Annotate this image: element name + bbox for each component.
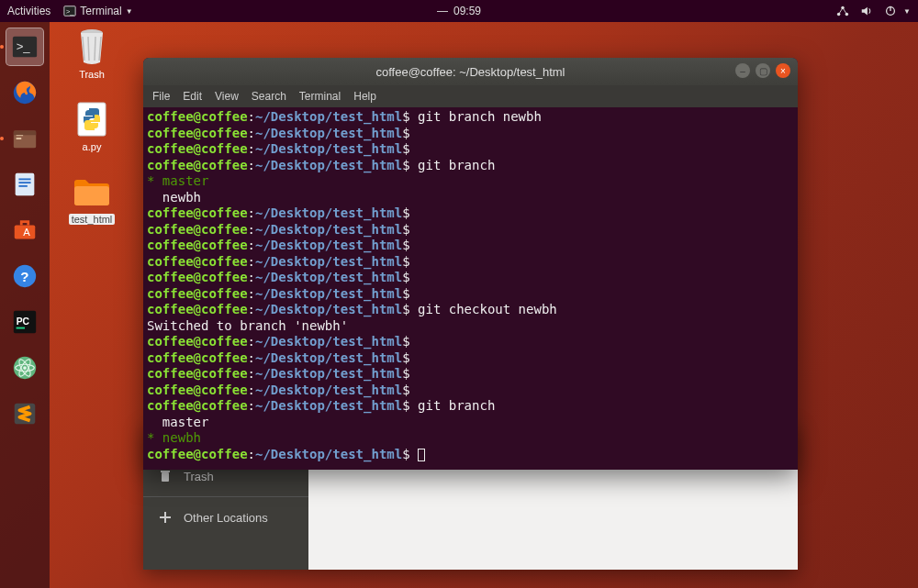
- launcher-app-files[interactable]: [6, 119, 44, 158]
- terminal-line: coffee@coffee:~/Desktop/test_html$: [147, 222, 794, 239]
- terminal-line: coffee@coffee:~/Desktop/test_html$: [147, 238, 794, 254]
- terminal-line: coffee@coffee:~/Desktop/test_html$ git b…: [147, 109, 794, 126]
- desktop-trash-label: Trash: [64, 69, 119, 80]
- divider: [143, 496, 308, 497]
- launcher: >_ A ? PC: [0, 22, 50, 588]
- terminal-line: coffee@coffee:~/Desktop/test_html$: [147, 366, 794, 383]
- terminal-window: coffee@coffee: ~/Desktop/test_html – ▢ ×…: [143, 58, 798, 470]
- terminal-line: coffee@coffee:~/Desktop/test_html$: [147, 447, 794, 463]
- terminal-body[interactable]: coffee@coffee:~/Desktop/test_html$ git b…: [143, 107, 798, 470]
- terminal-line: coffee@coffee:~/Desktop/test_html$: [147, 141, 794, 158]
- svg-rect-34: [74, 186, 109, 205]
- terminal-line: Switched to branch 'newbh': [147, 318, 794, 335]
- trash-icon: [73, 28, 111, 66]
- terminal-line: master: [147, 415, 794, 431]
- python-file-icon: [73, 100, 111, 139]
- chevron-down-icon: ▼: [126, 7, 133, 16]
- terminal-line: coffee@coffee:~/Desktop/test_html$: [147, 254, 794, 271]
- plus-icon: [158, 510, 173, 525]
- desktop-apy-label: a.py: [64, 141, 119, 152]
- svg-rect-12: [17, 138, 22, 139]
- clock-dash: —: [437, 5, 448, 17]
- menu-terminal[interactable]: Terminal: [299, 90, 341, 103]
- terminal-line: coffee@coffee:~/Desktop/test_html$: [147, 383, 794, 399]
- svg-rect-15: [16, 173, 35, 195]
- sound-icon[interactable]: [860, 5, 873, 17]
- terminal-line: * master: [147, 173, 794, 190]
- app-indicator[interactable]: >_ Terminal ▼: [63, 5, 132, 17]
- svg-point-30: [23, 366, 27, 370]
- desktop-folder-testhtml[interactable]: test_html: [64, 172, 119, 225]
- svg-rect-18: [18, 185, 27, 187]
- terminal-menubar: File Edit View Search Terminal Help: [143, 85, 798, 107]
- svg-rect-33: [78, 103, 106, 136]
- svg-rect-17: [18, 182, 30, 183]
- terminal-line: coffee@coffee:~/Desktop/test_html$ git b…: [147, 398, 794, 415]
- chevron-down-icon: ▼: [903, 7, 911, 16]
- desktop-folder-label: test_html: [69, 214, 116, 225]
- terminal-title: coffee@coffee: ~/Desktop/test_html: [375, 65, 565, 79]
- menu-edit[interactable]: Edit: [183, 90, 202, 103]
- svg-text:>_: >_: [17, 39, 31, 53]
- terminal-line: coffee@coffee:~/Desktop/test_html$: [147, 126, 794, 142]
- power-icon[interactable]: ▼: [884, 5, 911, 17]
- launcher-app-sublime[interactable]: [6, 394, 44, 433]
- desktop-icons: Trash a.py test_html: [64, 28, 119, 225]
- terminal-line: coffee@coffee:~/Desktop/test_html$: [147, 334, 794, 350]
- menu-help[interactable]: Help: [353, 90, 376, 103]
- menu-search[interactable]: Search: [252, 90, 286, 103]
- terminal-line: coffee@coffee:~/Desktop/test_html$: [147, 205, 794, 222]
- window-minimize-button[interactable]: –: [735, 63, 750, 78]
- top-panel: Activities >_ Terminal ▼ — 09:59 ▼: [0, 0, 918, 22]
- launcher-app-libreoffice[interactable]: [6, 165, 44, 204]
- svg-rect-16: [18, 178, 30, 180]
- svg-text:?: ?: [20, 269, 28, 284]
- window-close-button[interactable]: ×: [776, 63, 790, 78]
- svg-text:PC: PC: [17, 316, 30, 327]
- terminal-line: coffee@coffee:~/Desktop/test_html$: [147, 286, 794, 303]
- activities-button[interactable]: Activities: [7, 5, 50, 17]
- desktop-trash[interactable]: Trash: [64, 28, 119, 80]
- network-icon[interactable]: [836, 5, 849, 17]
- svg-rect-39: [161, 471, 170, 472]
- launcher-app-atom[interactable]: [6, 349, 44, 387]
- svg-rect-25: [17, 327, 25, 329]
- svg-rect-13: [14, 131, 36, 136]
- terminal-icon: >_: [63, 5, 76, 17]
- terminal-line: * newbh: [147, 430, 794, 447]
- files-sidebar-other[interactable]: Other Locations: [143, 503, 308, 532]
- files-trash-label: Trash: [184, 470, 214, 483]
- svg-rect-38: [162, 472, 169, 482]
- terminal-cursor: [418, 449, 425, 461]
- svg-rect-41: [160, 516, 171, 518]
- svg-text:A: A: [23, 227, 30, 238]
- launcher-app-firefox[interactable]: [6, 73, 44, 112]
- desktop-file-apy[interactable]: a.py: [64, 100, 119, 152]
- launcher-app-terminal[interactable]: >_: [6, 28, 44, 66]
- app-indicator-label: Terminal: [80, 5, 121, 17]
- terminal-line: coffee@coffee:~/Desktop/test_html$ git b…: [147, 158, 794, 174]
- menu-file[interactable]: File: [152, 90, 170, 103]
- trash-icon: [158, 469, 173, 483]
- clock[interactable]: 09:59: [453, 5, 481, 17]
- launcher-app-software[interactable]: A: [6, 211, 44, 250]
- files-other-label: Other Locations: [184, 511, 268, 525]
- terminal-line: coffee@coffee:~/Desktop/test_html$: [147, 350, 794, 367]
- terminal-titlebar[interactable]: coffee@coffee: ~/Desktop/test_html – ▢ ×: [143, 58, 798, 85]
- terminal-line: coffee@coffee:~/Desktop/test_html$: [147, 270, 794, 286]
- terminal-line: newbh: [147, 190, 794, 206]
- launcher-app-help[interactable]: ?: [6, 257, 44, 295]
- terminal-line: coffee@coffee:~/Desktop/test_html$ git c…: [147, 302, 794, 318]
- menu-view[interactable]: View: [215, 90, 239, 103]
- launcher-app-pycharm[interactable]: PC: [6, 303, 44, 341]
- window-maximize-button[interactable]: ▢: [756, 63, 770, 78]
- folder-icon: [73, 172, 111, 211]
- svg-text:>_: >_: [66, 7, 75, 16]
